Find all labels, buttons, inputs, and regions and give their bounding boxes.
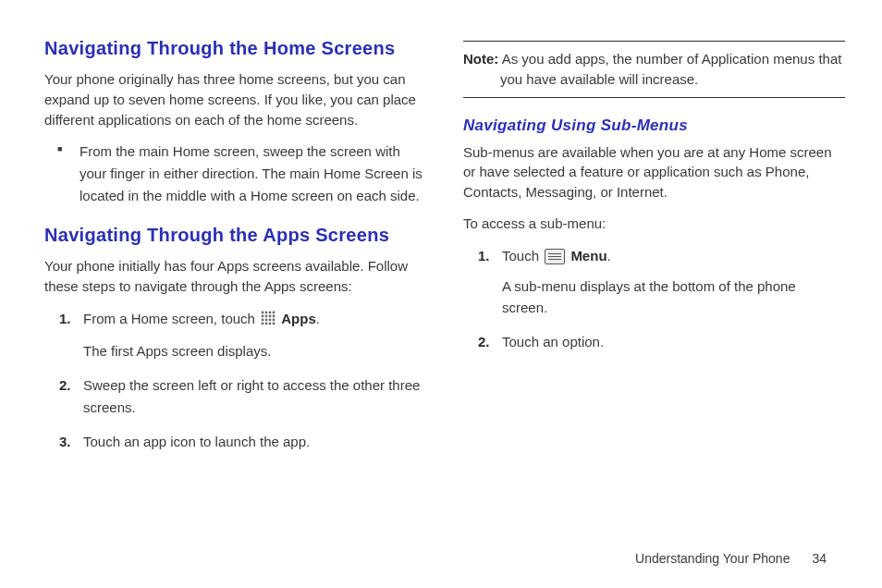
page-number: 34 xyxy=(812,551,827,566)
svg-point-13 xyxy=(265,322,268,325)
step-1: 1. Touch Menu. A sub-menu displays at th… xyxy=(482,245,845,319)
footer: Understanding Your Phone 34 xyxy=(0,551,882,582)
step-1: 1. From a Home screen, touch Apps. The f… xyxy=(63,308,426,362)
step-number: 3. xyxy=(59,431,71,452)
svg-point-0 xyxy=(262,311,264,313)
step-sub: A sub-menu displays at the bottom of the… xyxy=(502,276,845,319)
step-number: 1. xyxy=(478,245,490,266)
menu-label: Menu xyxy=(570,248,606,263)
divider-top xyxy=(463,41,845,42)
note-block: Note: As you add apps, the number of App… xyxy=(463,49,845,90)
step-number: 2. xyxy=(478,331,490,352)
step-text: Sweep the screen left or right to access… xyxy=(83,377,420,414)
apps-label: Apps xyxy=(281,311,316,326)
svg-point-11 xyxy=(273,318,276,321)
para-apps-screens: Your phone initially has four Apps scree… xyxy=(44,256,426,297)
svg-point-2 xyxy=(269,311,272,313)
heading-apps-screens: Navigating Through the Apps Screens xyxy=(44,224,426,247)
divider-bottom xyxy=(463,97,845,98)
step-number: 2. xyxy=(59,374,71,396)
svg-point-12 xyxy=(262,322,264,325)
para-sub-menus-1: Sub-menus are available when you are at … xyxy=(463,142,845,202)
page-body: Navigating Through the Home Screens Your… xyxy=(0,0,882,551)
svg-point-9 xyxy=(265,318,268,321)
step-text-c: . xyxy=(316,311,320,326)
note-text: As you add apps, the number of Applicati… xyxy=(498,51,841,87)
apps-grid-icon xyxy=(261,310,276,331)
step-number: 1. xyxy=(59,308,71,329)
para-sub-menus-2: To access a sub-menu: xyxy=(463,214,845,234)
step-text-a: Touch xyxy=(502,248,543,263)
heading-home-screens: Navigating Through the Home Screens xyxy=(44,37,426,60)
step-text-a: From a Home screen, touch xyxy=(83,311,259,326)
svg-point-10 xyxy=(269,318,272,321)
step-3: 3. Touch an app icon to launch the app. xyxy=(63,431,426,452)
step-2: 2. Sweep the screen left or right to acc… xyxy=(63,374,426,418)
svg-point-14 xyxy=(269,322,272,325)
bullet-item: From the main Home screen, sweep the scr… xyxy=(63,141,426,207)
note-label: Note: xyxy=(463,51,498,67)
step-2: 2. Touch an option. xyxy=(482,331,845,352)
step-text-c: . xyxy=(607,248,611,263)
heading-sub-menus: Navigating Using Sub-Menus xyxy=(463,116,845,135)
bullet-list-home: From the main Home screen, sweep the scr… xyxy=(44,141,426,207)
menu-icon xyxy=(545,249,565,264)
step-text: Touch an option. xyxy=(502,334,604,349)
left-column: Navigating Through the Home Screens Your… xyxy=(44,37,426,542)
right-column: Note: As you add apps, the number of App… xyxy=(463,37,845,542)
svg-point-7 xyxy=(273,314,276,317)
svg-point-6 xyxy=(269,314,272,317)
steps-apps: 1. From a Home screen, touch Apps. The f… xyxy=(44,308,426,452)
footer-section: Understanding Your Phone xyxy=(635,551,790,566)
step-sub: The first Apps screen displays. xyxy=(83,340,426,361)
svg-point-8 xyxy=(262,318,264,321)
svg-point-5 xyxy=(265,314,268,317)
svg-point-15 xyxy=(273,322,276,325)
svg-point-4 xyxy=(262,314,264,317)
step-text: Touch an app icon to launch the app. xyxy=(83,434,310,449)
svg-point-1 xyxy=(265,311,268,313)
svg-point-3 xyxy=(273,311,276,313)
steps-submenu: 1. Touch Menu. A sub-menu displays at th… xyxy=(463,245,845,353)
para-home-screens: Your phone originally has three home scr… xyxy=(44,69,426,129)
